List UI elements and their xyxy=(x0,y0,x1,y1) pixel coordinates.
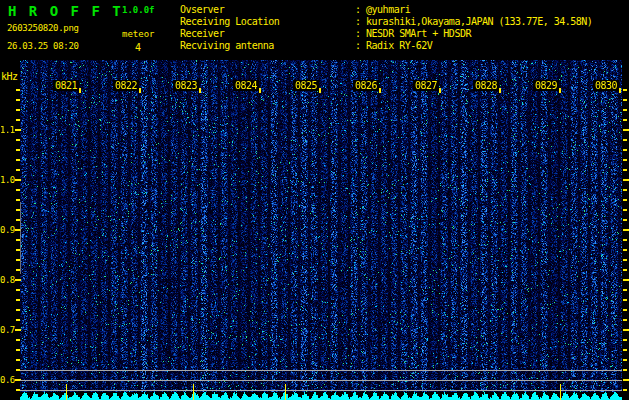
time-tick-label: 0822 xyxy=(113,80,139,91)
freq-minor-tick-right xyxy=(623,249,627,251)
freq-minor-tick-right xyxy=(623,269,627,271)
freq-minor-tick-right xyxy=(623,239,627,241)
freq-minor-tick xyxy=(16,189,20,191)
time-tick-label: 0821 xyxy=(53,80,79,91)
freq-minor-tick-right xyxy=(623,259,627,261)
info-value: kurashiki,Okayama,JAPAN (133.77E, 34.58N… xyxy=(366,16,592,27)
time-tick-label: 0829 xyxy=(533,80,559,91)
freq-minor-tick xyxy=(16,99,20,101)
time-tick-label: 0825 xyxy=(293,80,319,91)
freq-major-tick xyxy=(15,179,21,181)
freq-minor-tick xyxy=(16,119,20,121)
output-filename: 2603250820.png xyxy=(7,23,79,33)
freq-major-tick-right xyxy=(623,129,629,131)
freq-minor-tick xyxy=(16,289,20,291)
meteor-echo-marker xyxy=(560,384,561,400)
freq-minor-tick-right xyxy=(623,159,627,161)
info-label: Receiving Location xyxy=(180,16,355,27)
time-tick-label: 0830 xyxy=(593,80,619,91)
freq-minor-tick-right xyxy=(623,149,627,151)
meteor-echo-marker xyxy=(285,384,286,400)
time-tick-label: 0824 xyxy=(233,80,259,91)
freq-minor-tick-right xyxy=(623,349,627,351)
freq-minor-tick-right xyxy=(623,289,627,291)
freq-tick-label: 0.7 xyxy=(0,325,14,335)
freq-minor-tick-right xyxy=(623,199,627,201)
minute-tick xyxy=(319,88,321,93)
freq-minor-tick-right xyxy=(623,209,627,211)
left-edge-artifact-line xyxy=(20,202,21,274)
minute-tick xyxy=(139,88,141,93)
minute-tick xyxy=(199,88,201,93)
freq-minor-tick-right xyxy=(623,119,627,121)
freq-minor-tick-right xyxy=(623,189,627,191)
time-tick-label: 0823 xyxy=(173,80,199,91)
freq-unit-label: kHz xyxy=(1,71,18,82)
freq-major-tick-right xyxy=(623,329,629,331)
station-info-row: Recviving antenna: Radix RY-62V xyxy=(180,40,432,51)
freq-minor-tick xyxy=(16,309,20,311)
freq-minor-tick xyxy=(16,299,20,301)
freq-minor-tick xyxy=(16,319,20,321)
freq-tick-label: 1.0 xyxy=(0,175,14,185)
freq-minor-tick-right xyxy=(623,169,627,171)
mode-label: meteor xyxy=(122,29,155,39)
info-colon: : xyxy=(355,40,366,51)
freq-major-tick-right xyxy=(623,179,629,181)
time-tick-label: 0826 xyxy=(353,80,379,91)
info-colon: : xyxy=(355,16,366,27)
station-info-row: Receiver: NESDR SMArt + HDSDR xyxy=(180,28,471,39)
freq-major-tick xyxy=(15,129,21,131)
info-colon: : xyxy=(355,4,366,15)
info-value: NESDR SMArt + HDSDR xyxy=(366,28,471,39)
freq-minor-tick xyxy=(16,159,20,161)
freq-minor-tick-right xyxy=(623,309,627,311)
freq-minor-tick xyxy=(16,359,20,361)
info-colon: : xyxy=(355,28,366,39)
info-label: Ovserver xyxy=(180,4,355,15)
record-datetime: 26.03.25 08:20 xyxy=(7,41,79,51)
info-label: Receiver xyxy=(180,28,355,39)
meteor-echo-marker xyxy=(193,384,194,400)
freq-minor-tick xyxy=(16,109,20,111)
hrofft-window: H R O F F T 1.0.0f 2603250820.png meteor… xyxy=(0,0,629,400)
freq-minor-tick-right xyxy=(623,89,627,91)
app-version: 1.0.0f xyxy=(122,5,155,15)
meteor-echo-marker xyxy=(66,384,67,400)
freq-minor-tick-right xyxy=(623,319,627,321)
freq-minor-tick-right xyxy=(623,219,627,221)
minute-tick xyxy=(559,88,561,93)
freq-major-tick-right xyxy=(623,279,629,281)
freq-minor-tick xyxy=(16,339,20,341)
minute-tick xyxy=(439,88,441,93)
freq-minor-tick-right xyxy=(623,389,627,391)
info-value: Radix RY-62V xyxy=(366,40,432,51)
reference-line xyxy=(20,390,622,391)
freq-minor-tick-right xyxy=(623,369,627,371)
reference-line xyxy=(20,380,622,381)
minute-tick xyxy=(379,88,381,93)
freq-tick-label: 0.6 xyxy=(0,375,14,385)
freq-major-tick-right xyxy=(623,379,629,381)
freq-tick-label: 0.9 xyxy=(0,225,14,235)
station-info-row: Ovserver: @yuhmari xyxy=(180,4,410,15)
minute-tick xyxy=(619,88,621,93)
freq-minor-tick-right xyxy=(623,359,627,361)
freq-major-tick xyxy=(15,329,21,331)
freq-major-tick-right xyxy=(623,229,629,231)
spectrogram-canvas xyxy=(20,60,622,400)
freq-minor-tick xyxy=(16,199,20,201)
info-value: @yuhmari xyxy=(366,4,410,15)
info-label: Recviving antenna xyxy=(180,40,355,51)
minute-tick xyxy=(499,88,501,93)
freq-minor-tick xyxy=(16,89,20,91)
station-info-row: Receiving Location: kurashiki,Okayama,JA… xyxy=(180,16,592,27)
freq-tick-label: 0.8 xyxy=(0,275,14,285)
freq-tick-label: 1.1 xyxy=(0,125,14,135)
freq-minor-tick xyxy=(16,169,20,171)
minute-tick xyxy=(259,88,261,93)
reference-line xyxy=(20,370,622,371)
time-tick-label: 0827 xyxy=(413,80,439,91)
freq-minor-tick xyxy=(16,349,20,351)
freq-minor-tick xyxy=(16,149,20,151)
